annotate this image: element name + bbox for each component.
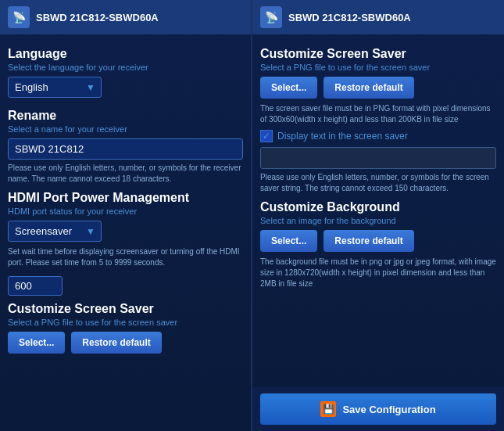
background-subtitle: Select an image for the background <box>260 216 496 225</box>
language-section: Language Select the language for your re… <box>8 47 243 102</box>
hdmi-subtitle: HDMI port status for your receiver <box>8 207 243 216</box>
save-label: Save Configuration <box>342 404 435 415</box>
background-restore-button[interactable]: Restore default <box>323 230 413 252</box>
rename-subtitle: Select a name for your receiver <box>8 124 243 134</box>
display-text-checkbox-row: ✓ Display text in the screen saver <box>260 130 496 142</box>
left-screensaver-buttons: Select... Restore default <box>8 332 243 354</box>
left-panel: 📡 SBWD 21C812-SBWD60A Language Select th… <box>0 0 252 431</box>
rename-title: Rename <box>8 109 243 123</box>
save-button-wrapper: 💾 Save Configuration <box>252 387 504 431</box>
rename-section: Rename Select a name for your receiver P… <box>8 109 243 185</box>
hdmi-section: HDMI Port Power Management HDMI port sta… <box>8 191 243 296</box>
right-title-bar: 📡 SBWD 21C812-SBWD60A <box>252 0 504 34</box>
background-select-button[interactable]: Select... <box>260 230 317 252</box>
left-screensaver-select-button[interactable]: Select... <box>8 332 65 354</box>
right-panel: 📡 SBWD 21C812-SBWD60A Customize Screen S… <box>252 0 504 431</box>
background-title: Customize Background <box>260 200 496 214</box>
right-screensaver-buttons: Select... Restore default <box>260 77 496 99</box>
left-app-icon: 📡 <box>8 6 30 28</box>
left-title: SBWD 21C812-SBWD60A <box>36 12 159 23</box>
display-text-checkbox[interactable]: ✓ <box>260 130 273 142</box>
left-title-bar: 📡 SBWD 21C812-SBWD60A <box>0 0 251 34</box>
rename-helper: Please use only English letters, number,… <box>8 163 243 185</box>
language-dropdown-wrapper: English French Spanish ▼ <box>8 77 102 98</box>
screensaver-text-input[interactable] <box>260 147 496 169</box>
background-helper: The background file must be in png or jp… <box>260 257 496 289</box>
right-screensaver-section: Customize Screen Saver Select a PNG file… <box>260 47 496 194</box>
hdmi-dropdown[interactable]: Screensaver Off <box>8 221 102 242</box>
right-screensaver-restore-button[interactable]: Restore default <box>323 77 413 99</box>
right-content: Customize Screen Saver Select a PNG file… <box>252 34 504 387</box>
language-title: Language <box>8 47 243 61</box>
save-configuration-button[interactable]: 💾 Save Configuration <box>260 393 496 425</box>
right-screensaver-subtitle: Select a PNG file to use for the screen … <box>260 63 496 72</box>
right-screensaver-select-button[interactable]: Select... <box>260 77 317 99</box>
hdmi-timeout-input[interactable] <box>8 276 63 296</box>
background-buttons: Select... Restore default <box>260 230 496 252</box>
save-icon: 💾 <box>320 401 336 417</box>
right-title: SBWD 21C812-SBWD60A <box>288 12 411 23</box>
hdmi-title: HDMI Port Power Management <box>8 191 243 205</box>
display-text-label: Display text in the screen saver <box>277 131 408 142</box>
hdmi-helper: Set wait time before displaying screensa… <box>8 246 243 268</box>
right-screensaver-helper: The screen saver file must be in PNG for… <box>260 103 496 125</box>
left-screensaver-restore-button[interactable]: Restore default <box>71 332 161 354</box>
left-screensaver-subtitle: Select a PNG file to use for the screen … <box>8 318 243 327</box>
background-section: Customize Background Select an image for… <box>260 200 496 289</box>
hdmi-dropdown-wrapper: Screensaver Off ▼ <box>8 221 102 242</box>
rename-input[interactable] <box>8 138 243 160</box>
language-dropdown[interactable]: English French Spanish <box>8 77 102 98</box>
left-screensaver-section: Customize Screen Saver Select a PNG file… <box>8 302 243 354</box>
left-content: Language Select the language for your re… <box>0 34 251 431</box>
right-app-icon: 📡 <box>260 6 282 28</box>
right-screensaver-title: Customize Screen Saver <box>260 47 496 61</box>
left-screensaver-title: Customize Screen Saver <box>8 302 243 316</box>
screensaver-text-helper: Please use only English letters, number,… <box>260 172 496 194</box>
language-subtitle: Select the language for your receiver <box>8 63 243 72</box>
